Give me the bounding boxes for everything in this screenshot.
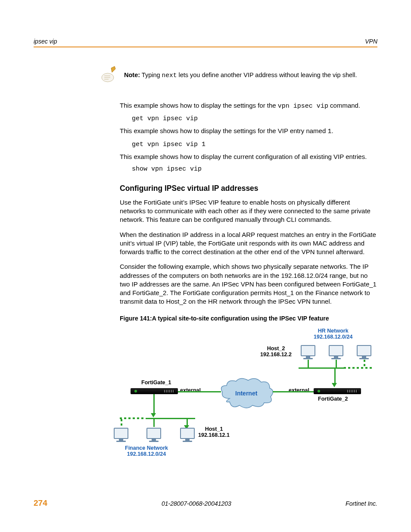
code-block-1: get vpn ipsec vip bbox=[132, 115, 377, 122]
hr-network-label: HR Network 192.168.12.0/24 bbox=[314, 328, 352, 340]
internet-label: Internet bbox=[235, 390, 257, 397]
host2-label: Host_2 192.168.12.2 bbox=[260, 345, 292, 358]
section-para-1: Use the FortiGate unit’s IPSec VIP featu… bbox=[120, 198, 377, 224]
page-header: ipsec vip VPN bbox=[34, 38, 377, 47]
header-rule bbox=[34, 47, 377, 47]
external1-label: external bbox=[180, 387, 201, 393]
section-para-2: When the destination IP address in a loc… bbox=[120, 230, 377, 257]
code-block-2: get vpn ipsec vip 1 bbox=[132, 141, 377, 148]
figure-caption: Figure 141:A typical site-to-site config… bbox=[120, 315, 377, 322]
computer-icon bbox=[301, 345, 315, 359]
body-content: This example shows how to display the se… bbox=[120, 101, 377, 474]
document-id: 01-28007-0068-20041203 bbox=[162, 500, 231, 507]
page-footer: 274 01-28007-0068-20041203 Fortinet Inc. bbox=[34, 498, 377, 508]
note-icon bbox=[98, 65, 124, 87]
network-diagram: HR Network 192.168.12.0/24 Host_2 192.16… bbox=[120, 328, 377, 474]
note-text: Note: Typing next lets you define anothe… bbox=[124, 65, 357, 79]
section-para-3: Consider the following example, which sh… bbox=[120, 262, 377, 306]
computer-icon bbox=[146, 428, 161, 442]
header-right: VPN bbox=[365, 38, 377, 45]
para-example-3: This example shows how to display the cu… bbox=[120, 152, 377, 161]
fortigate-device-icon bbox=[314, 388, 361, 394]
computer-icon bbox=[114, 428, 128, 442]
para-example-2: This example shows how to display the se… bbox=[120, 127, 377, 136]
company-name: Fortinet Inc. bbox=[346, 500, 377, 507]
host1-label: Host_1 192.168.12.1 bbox=[198, 426, 230, 439]
note-label: Note: bbox=[124, 72, 140, 78]
fortigate-device-icon bbox=[131, 388, 178, 394]
note-block: Note: Typing next lets you define anothe… bbox=[98, 65, 377, 87]
fortigate2-label: FortiGate_2 bbox=[318, 396, 348, 402]
external2-label: external bbox=[289, 387, 309, 393]
code-block-3: show vpn ipsec vip bbox=[132, 165, 377, 173]
para-example-1: This example shows how to display the se… bbox=[120, 101, 377, 111]
computer-icon bbox=[329, 345, 343, 359]
finance-network-label: Finance Network 192.168.12.0/24 bbox=[125, 445, 168, 457]
computer-icon bbox=[180, 428, 195, 442]
header-left: ipsec vip bbox=[34, 38, 57, 45]
fortigate1-label: FortiGate_1 bbox=[141, 380, 171, 386]
page-number: 274 bbox=[34, 498, 47, 508]
computer-icon bbox=[357, 345, 371, 359]
section-heading: Configuring IPSec virtual IP addresses bbox=[120, 184, 377, 193]
note-code: next bbox=[162, 72, 177, 79]
